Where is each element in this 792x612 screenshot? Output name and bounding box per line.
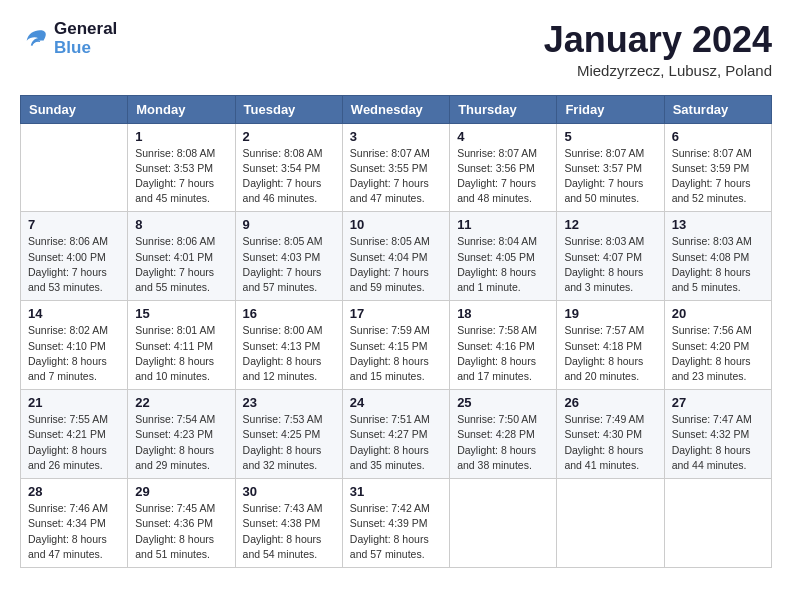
- calendar-cell: 12Sunrise: 8:03 AM Sunset: 4:07 PM Dayli…: [557, 212, 664, 301]
- calendar-cell: 13Sunrise: 8:03 AM Sunset: 4:08 PM Dayli…: [664, 212, 771, 301]
- calendar-cell: 6Sunrise: 8:07 AM Sunset: 3:59 PM Daylig…: [664, 123, 771, 212]
- calendar-week-row: 7Sunrise: 8:06 AM Sunset: 4:00 PM Daylig…: [21, 212, 772, 301]
- day-number: 15: [135, 306, 227, 321]
- calendar-cell: 18Sunrise: 7:58 AM Sunset: 4:16 PM Dayli…: [450, 301, 557, 390]
- day-info: Sunrise: 8:04 AM Sunset: 4:05 PM Dayligh…: [457, 234, 549, 295]
- day-number: 26: [564, 395, 656, 410]
- day-info: Sunrise: 7:54 AM Sunset: 4:23 PM Dayligh…: [135, 412, 227, 473]
- day-number: 16: [243, 306, 335, 321]
- calendar-cell: 28Sunrise: 7:46 AM Sunset: 4:34 PM Dayli…: [21, 479, 128, 568]
- day-info: Sunrise: 8:00 AM Sunset: 4:13 PM Dayligh…: [243, 323, 335, 384]
- day-number: 25: [457, 395, 549, 410]
- day-number: 19: [564, 306, 656, 321]
- weekday-header-monday: Monday: [128, 95, 235, 123]
- day-info: Sunrise: 8:02 AM Sunset: 4:10 PM Dayligh…: [28, 323, 120, 384]
- day-info: Sunrise: 7:58 AM Sunset: 4:16 PM Dayligh…: [457, 323, 549, 384]
- weekday-header-tuesday: Tuesday: [235, 95, 342, 123]
- day-number: 13: [672, 217, 764, 232]
- day-number: 23: [243, 395, 335, 410]
- calendar-cell: 16Sunrise: 8:00 AM Sunset: 4:13 PM Dayli…: [235, 301, 342, 390]
- day-info: Sunrise: 7:50 AM Sunset: 4:28 PM Dayligh…: [457, 412, 549, 473]
- calendar-week-row: 1Sunrise: 8:08 AM Sunset: 3:53 PM Daylig…: [21, 123, 772, 212]
- day-info: Sunrise: 8:06 AM Sunset: 4:01 PM Dayligh…: [135, 234, 227, 295]
- day-number: 28: [28, 484, 120, 499]
- calendar-week-row: 28Sunrise: 7:46 AM Sunset: 4:34 PM Dayli…: [21, 479, 772, 568]
- logo-text-general: General: [54, 20, 117, 39]
- calendar-cell: 2Sunrise: 8:08 AM Sunset: 3:54 PM Daylig…: [235, 123, 342, 212]
- calendar-cell: 27Sunrise: 7:47 AM Sunset: 4:32 PM Dayli…: [664, 390, 771, 479]
- calendar-cell: 7Sunrise: 8:06 AM Sunset: 4:00 PM Daylig…: [21, 212, 128, 301]
- day-info: Sunrise: 8:03 AM Sunset: 4:07 PM Dayligh…: [564, 234, 656, 295]
- day-number: 17: [350, 306, 442, 321]
- day-number: 2: [243, 129, 335, 144]
- day-info: Sunrise: 8:08 AM Sunset: 3:53 PM Dayligh…: [135, 146, 227, 207]
- calendar-cell: [450, 479, 557, 568]
- calendar-cell: 22Sunrise: 7:54 AM Sunset: 4:23 PM Dayli…: [128, 390, 235, 479]
- calendar-cell: 24Sunrise: 7:51 AM Sunset: 4:27 PM Dayli…: [342, 390, 449, 479]
- logo-text-blue: Blue: [54, 39, 117, 58]
- day-number: 24: [350, 395, 442, 410]
- day-info: Sunrise: 8:06 AM Sunset: 4:00 PM Dayligh…: [28, 234, 120, 295]
- calendar-cell: 20Sunrise: 7:56 AM Sunset: 4:20 PM Dayli…: [664, 301, 771, 390]
- weekday-header-friday: Friday: [557, 95, 664, 123]
- calendar-cell: 8Sunrise: 8:06 AM Sunset: 4:01 PM Daylig…: [128, 212, 235, 301]
- day-info: Sunrise: 7:42 AM Sunset: 4:39 PM Dayligh…: [350, 501, 442, 562]
- calendar-cell: 29Sunrise: 7:45 AM Sunset: 4:36 PM Dayli…: [128, 479, 235, 568]
- calendar-cell: 3Sunrise: 8:07 AM Sunset: 3:55 PM Daylig…: [342, 123, 449, 212]
- weekday-header-thursday: Thursday: [450, 95, 557, 123]
- day-info: Sunrise: 7:57 AM Sunset: 4:18 PM Dayligh…: [564, 323, 656, 384]
- calendar-table: SundayMondayTuesdayWednesdayThursdayFrid…: [20, 95, 772, 568]
- calendar-cell: 30Sunrise: 7:43 AM Sunset: 4:38 PM Dayli…: [235, 479, 342, 568]
- day-info: Sunrise: 8:08 AM Sunset: 3:54 PM Dayligh…: [243, 146, 335, 207]
- page-header: General Blue January 2024 Miedzyrzecz, L…: [20, 20, 772, 79]
- day-info: Sunrise: 7:59 AM Sunset: 4:15 PM Dayligh…: [350, 323, 442, 384]
- day-number: 20: [672, 306, 764, 321]
- day-info: Sunrise: 8:07 AM Sunset: 3:57 PM Dayligh…: [564, 146, 656, 207]
- day-info: Sunrise: 8:05 AM Sunset: 4:03 PM Dayligh…: [243, 234, 335, 295]
- weekday-header-sunday: Sunday: [21, 95, 128, 123]
- day-number: 1: [135, 129, 227, 144]
- calendar-cell: [557, 479, 664, 568]
- day-number: 30: [243, 484, 335, 499]
- day-info: Sunrise: 7:46 AM Sunset: 4:34 PM Dayligh…: [28, 501, 120, 562]
- calendar-cell: 11Sunrise: 8:04 AM Sunset: 4:05 PM Dayli…: [450, 212, 557, 301]
- day-number: 29: [135, 484, 227, 499]
- day-number: 3: [350, 129, 442, 144]
- day-info: Sunrise: 7:55 AM Sunset: 4:21 PM Dayligh…: [28, 412, 120, 473]
- calendar-cell: 1Sunrise: 8:08 AM Sunset: 3:53 PM Daylig…: [128, 123, 235, 212]
- day-number: 31: [350, 484, 442, 499]
- weekday-header-row: SundayMondayTuesdayWednesdayThursdayFrid…: [21, 95, 772, 123]
- day-number: 21: [28, 395, 120, 410]
- day-info: Sunrise: 8:07 AM Sunset: 3:56 PM Dayligh…: [457, 146, 549, 207]
- day-info: Sunrise: 8:05 AM Sunset: 4:04 PM Dayligh…: [350, 234, 442, 295]
- calendar-cell: 10Sunrise: 8:05 AM Sunset: 4:04 PM Dayli…: [342, 212, 449, 301]
- day-number: 27: [672, 395, 764, 410]
- calendar-cell: 19Sunrise: 7:57 AM Sunset: 4:18 PM Dayli…: [557, 301, 664, 390]
- calendar-week-row: 14Sunrise: 8:02 AM Sunset: 4:10 PM Dayli…: [21, 301, 772, 390]
- title-block: January 2024 Miedzyrzecz, Lubusz, Poland: [544, 20, 772, 79]
- calendar-cell: 31Sunrise: 7:42 AM Sunset: 4:39 PM Dayli…: [342, 479, 449, 568]
- calendar-cell: [21, 123, 128, 212]
- calendar-cell: 14Sunrise: 8:02 AM Sunset: 4:10 PM Dayli…: [21, 301, 128, 390]
- day-info: Sunrise: 7:43 AM Sunset: 4:38 PM Dayligh…: [243, 501, 335, 562]
- day-number: 11: [457, 217, 549, 232]
- day-number: 5: [564, 129, 656, 144]
- day-info: Sunrise: 7:51 AM Sunset: 4:27 PM Dayligh…: [350, 412, 442, 473]
- calendar-cell: 23Sunrise: 7:53 AM Sunset: 4:25 PM Dayli…: [235, 390, 342, 479]
- calendar-week-row: 21Sunrise: 7:55 AM Sunset: 4:21 PM Dayli…: [21, 390, 772, 479]
- day-info: Sunrise: 7:49 AM Sunset: 4:30 PM Dayligh…: [564, 412, 656, 473]
- day-info: Sunrise: 8:07 AM Sunset: 3:55 PM Dayligh…: [350, 146, 442, 207]
- day-number: 12: [564, 217, 656, 232]
- day-number: 10: [350, 217, 442, 232]
- day-info: Sunrise: 7:45 AM Sunset: 4:36 PM Dayligh…: [135, 501, 227, 562]
- day-info: Sunrise: 7:56 AM Sunset: 4:20 PM Dayligh…: [672, 323, 764, 384]
- logo: General Blue: [20, 20, 117, 57]
- day-info: Sunrise: 8:01 AM Sunset: 4:11 PM Dayligh…: [135, 323, 227, 384]
- day-number: 4: [457, 129, 549, 144]
- day-info: Sunrise: 8:03 AM Sunset: 4:08 PM Dayligh…: [672, 234, 764, 295]
- logo-icon: [20, 24, 50, 54]
- calendar-cell: [664, 479, 771, 568]
- day-number: 14: [28, 306, 120, 321]
- calendar-cell: 9Sunrise: 8:05 AM Sunset: 4:03 PM Daylig…: [235, 212, 342, 301]
- calendar-cell: 25Sunrise: 7:50 AM Sunset: 4:28 PM Dayli…: [450, 390, 557, 479]
